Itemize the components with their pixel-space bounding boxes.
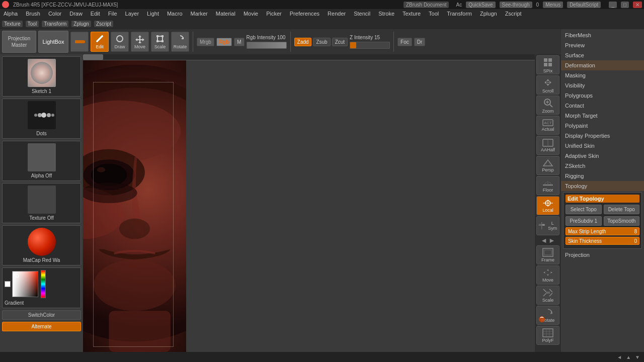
rpanel-visibility[interactable]: Visibility xyxy=(561,80,644,90)
matcap-preview[interactable]: MatCap Red Wa xyxy=(2,225,81,265)
color-hue-bar[interactable] xyxy=(41,270,46,298)
menu-zscript[interactable]: Zscript xyxy=(504,11,523,17)
alternate-btn[interactable]: Alternate xyxy=(2,322,81,331)
select-topo-btn[interactable]: Select Topo xyxy=(566,205,602,214)
seethrough-btn[interactable]: See-through xyxy=(500,2,532,8)
presubdiv-btn[interactable]: PreSubdiv 1 xyxy=(566,216,602,226)
z-intensity-slider[interactable] xyxy=(350,42,390,49)
rpanel-fibermesh[interactable]: FiberMesh xyxy=(561,30,644,40)
menu-file[interactable]: File xyxy=(107,11,119,17)
maximize-btn[interactable]: □ xyxy=(621,2,629,8)
nav-left-btn[interactable]: ◄ xyxy=(617,354,622,360)
color-picker[interactable]: Gradient xyxy=(2,267,81,308)
menu-tool[interactable]: Tool xyxy=(427,11,440,17)
menu-stencil[interactable]: Stencil xyxy=(352,11,372,17)
menu-movie[interactable]: Movie xyxy=(242,11,260,17)
dots-preview[interactable]: Dots xyxy=(2,99,81,139)
menus-btn[interactable]: Menus xyxy=(543,2,563,8)
nav-rotate-btn[interactable]: Rotate xyxy=(536,306,559,325)
menu-alpha[interactable]: Alpha xyxy=(2,11,19,17)
scrollbar-handle[interactable] xyxy=(83,54,103,60)
rgb-intensity-slider[interactable] xyxy=(247,42,287,49)
menu-texture[interactable]: Texture xyxy=(401,11,422,17)
rpanel-zsketch[interactable]: ZSketch xyxy=(561,161,644,171)
rpanel-projection[interactable]: Projection xyxy=(561,250,644,260)
lsym-right-arrow[interactable]: ► xyxy=(548,236,555,244)
brush-preview[interactable]: Sketch 1 xyxy=(2,56,81,97)
rpanel-masking[interactable]: Masking xyxy=(561,70,644,80)
nav-move-btn[interactable]: Move xyxy=(536,265,559,285)
defaultscript-btn[interactable]: DefaultScript xyxy=(567,2,601,8)
toposmooth-btn[interactable]: TopoSmooth xyxy=(604,216,640,226)
alpha-preview[interactable]: Alpha Off xyxy=(2,141,81,181)
draw-btn[interactable]: Draw xyxy=(111,32,129,52)
rpanel-surface[interactable]: Surface xyxy=(561,50,644,60)
quicksave-btn[interactable]: QuickSave xyxy=(466,2,495,8)
m-btn[interactable]: M xyxy=(234,38,244,46)
zcut-btn[interactable]: Zcut xyxy=(332,38,348,46)
nav-right-btn[interactable]: ▲ xyxy=(626,354,631,360)
rpanel-contact[interactable]: Contact xyxy=(561,101,644,111)
nav-persp-btn[interactable]: Persp xyxy=(536,156,559,175)
menu-edit[interactable]: Edit xyxy=(89,11,102,17)
rpanel-display-properties[interactable]: Display Properties xyxy=(561,131,644,141)
menu-draw[interactable]: Draw xyxy=(68,11,84,17)
rpanel-deformation[interactable]: Deformation xyxy=(561,60,644,70)
dr-btn[interactable]: Dr xyxy=(414,38,426,46)
menu-color[interactable]: Color xyxy=(47,11,63,17)
nav-up-btn[interactable]: ▼ xyxy=(635,354,640,360)
menu-zplugin[interactable]: Zplugn xyxy=(478,11,499,17)
minimize-btn[interactable]: _ xyxy=(609,2,617,8)
menu-preferences[interactable]: Preferences xyxy=(288,11,321,17)
edit-topology-btn[interactable]: Edit Topology xyxy=(566,195,639,203)
projection-master-btn[interactable]: ProjectionMaster xyxy=(2,31,36,53)
switch-color-btn[interactable]: SwitchColor xyxy=(2,310,81,320)
texture-preview[interactable]: Texture Off xyxy=(2,183,81,223)
menu-layer[interactable]: Layer xyxy=(124,11,141,17)
rpanel-rigging[interactable]: Rigging xyxy=(561,171,644,181)
zbdoc-label[interactable]: ZBrush Document xyxy=(404,2,449,8)
skin-thickness-slider[interactable]: Skin Thickness 0 xyxy=(566,237,639,245)
menu-transform[interactable]: Transform xyxy=(445,11,473,17)
menu-brush[interactable]: Brush xyxy=(24,11,42,17)
close-btn[interactable]: ✕ xyxy=(633,2,642,8)
nav-frame-btn[interactable]: Frame xyxy=(536,245,559,264)
rpanel-unified-skin[interactable]: Unified Skin xyxy=(561,141,644,151)
nav-lsym-btn[interactable]: L Sym xyxy=(536,216,559,235)
rpanel-preview[interactable]: Preview xyxy=(561,40,644,50)
nav-aahalf-btn[interactable]: AAHalf xyxy=(536,136,559,155)
max-strip-slider[interactable]: Max Strip Length 8 xyxy=(566,227,639,235)
lsym-left-arrow[interactable]: ◄ xyxy=(540,236,547,244)
nav-actual-btn[interactable]: ACT Actual xyxy=(536,116,559,135)
nav-scale-btn[interactable]: Scale xyxy=(536,286,559,305)
menu-light[interactable]: Light xyxy=(145,11,160,17)
nav-zoom-btn[interactable]: Zoom xyxy=(536,96,559,115)
canvas-area[interactable] xyxy=(83,54,186,352)
lightbox-btn[interactable]: LightBox xyxy=(38,31,68,53)
scale-tool-btn[interactable]: Scale xyxy=(151,32,169,52)
menu-macro[interactable]: Macro xyxy=(166,11,184,17)
nav-floor-btn[interactable]: Floor xyxy=(536,176,559,195)
rotate-tool-btn[interactable]: Rotate xyxy=(171,32,189,52)
zsub-btn[interactable]: Zsub xyxy=(313,38,330,46)
tb2-tool[interactable]: Tool xyxy=(26,21,39,27)
foc-btn[interactable]: Foc xyxy=(397,38,412,46)
tb2-transform[interactable]: Transform xyxy=(42,21,68,27)
nav-local-btn[interactable]: Local xyxy=(536,196,559,215)
menu-stroke[interactable]: Stroke xyxy=(377,11,396,17)
stroke-btn[interactable] xyxy=(70,32,89,52)
rpanel-polygroups[interactable]: Polygroups xyxy=(561,90,644,101)
nav-scroll-btn[interactable]: Scroll xyxy=(536,75,559,95)
menu-picker[interactable]: Picker xyxy=(265,11,283,17)
move-tool-btn[interactable]: Move xyxy=(131,32,149,52)
nav-polyf-btn[interactable]: PolyF xyxy=(536,326,559,345)
tb2-zscript[interactable]: Zscript xyxy=(94,21,113,27)
canvas-scrollbar[interactable] xyxy=(83,54,535,60)
menu-material[interactable]: Material xyxy=(214,11,237,17)
menu-render[interactable]: Render xyxy=(326,11,347,17)
rgb-btn[interactable]: Rgb xyxy=(216,38,232,46)
rpanel-morph-target[interactable]: Morph Target xyxy=(561,111,644,121)
zadd-btn[interactable]: Zadd xyxy=(294,38,312,46)
color-square[interactable] xyxy=(12,271,38,297)
rpanel-topology[interactable]: Topology xyxy=(561,181,644,191)
